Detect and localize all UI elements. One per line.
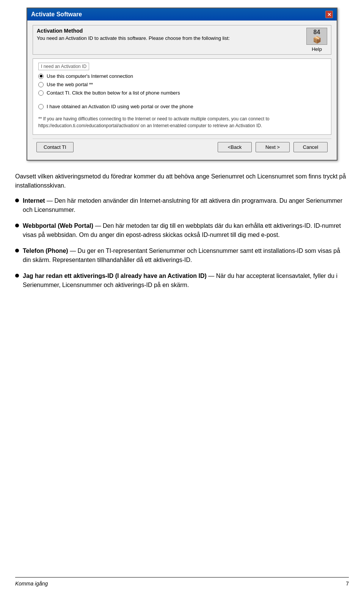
- bullet-webportal-content: Webbportal (Web Portal) — Den här metode…: [23, 221, 349, 240]
- next-button[interactable]: Next >: [256, 142, 290, 152]
- bullet-phone-emdash: —: [68, 248, 78, 254]
- bullet-phone-term: Telefon (Phone): [23, 248, 68, 254]
- dialog-titlebar: Activate Software ✕: [27, 8, 337, 21]
- bullet-phone-content: Telefon (Phone) — Du ger en TI-represent…: [23, 246, 349, 265]
- radio-contactti-label: Contact TI. Click the button below for a…: [47, 90, 180, 96]
- help-icon-box: 84 📦: [306, 28, 327, 45]
- back-button[interactable]: <Back: [218, 142, 252, 152]
- intro-paragraph: Oavsett vilken aktiveringsmetod du föred…: [15, 172, 349, 190]
- box-icon: 📦: [313, 36, 321, 44]
- bullet-internet-content: Internet — Den här metoden använder din …: [23, 196, 349, 215]
- radio-contactti[interactable]: Contact TI. Click the button below for a…: [38, 90, 326, 96]
- radio-webportal[interactable]: Use the web portal **: [38, 82, 326, 87]
- radio-internet-label: Use this computer's Internet connection: [47, 73, 133, 79]
- bullet-already-term: Jag har redan ett aktiverings-ID (I alre…: [23, 273, 207, 279]
- help-number: 84: [314, 29, 320, 36]
- dialog-body: Activation Method You need an Activation…: [27, 21, 337, 160]
- radio-webportal-circle[interactable]: [38, 82, 44, 87]
- bullet-internet-term: Internet: [23, 197, 45, 204]
- footer-chapter: Komma igång: [15, 581, 48, 587]
- bullet-list: Internet — Den här metoden använder din …: [15, 196, 349, 290]
- list-item: Internet — Den här metoden använder din …: [15, 196, 349, 215]
- options-panel: I need an Activation ID Use this compute…: [33, 58, 331, 135]
- contact-ti-button[interactable]: Contact TI: [36, 142, 74, 152]
- radio-already-have-label: I have obtained an Activation ID using w…: [47, 104, 193, 109]
- activation-method-section: Activation Method You need an Activation…: [33, 25, 331, 55]
- bullet-webportal-emdash: —: [93, 222, 103, 229]
- bullet-dot: [15, 249, 19, 252]
- activate-software-dialog: Activate Software ✕ Activation Method Yo…: [27, 8, 337, 161]
- page-footer: Komma igång 7: [15, 577, 349, 587]
- radio-webportal-label: Use the web portal **: [47, 82, 93, 87]
- bullet-internet-text: Den här metoden använder din Internet-an…: [23, 197, 342, 213]
- dialog-buttons: Contact TI <Back Next > Cancel: [33, 139, 331, 155]
- cancel-button[interactable]: Cancel: [293, 142, 328, 152]
- radio-already-have-circle[interactable]: [38, 104, 44, 109]
- bullet-already-content: Jag har redan ett aktiverings-ID (I alre…: [23, 271, 349, 290]
- list-item: Webbportal (Web Portal) — Den här metode…: [15, 221, 349, 240]
- bullet-internet-emdash: —: [45, 197, 55, 204]
- bullet-dot: [15, 274, 19, 278]
- bullet-dot: [15, 224, 19, 227]
- list-item: Telefon (Phone) — Du ger en TI-represent…: [15, 246, 349, 265]
- group-label: I need an Activation ID: [38, 63, 89, 70]
- list-item: Jag har redan ett aktiverings-ID (I alre…: [15, 271, 349, 290]
- footer-page-number: 7: [346, 581, 349, 587]
- close-button[interactable]: ✕: [325, 11, 333, 18]
- radio-internet[interactable]: Use this computer's Internet connection: [38, 73, 326, 79]
- body-text-area: Oavsett vilken aktiveringsmetod du föred…: [15, 172, 349, 304]
- radio-already-have[interactable]: I have obtained an Activation ID using w…: [38, 104, 326, 109]
- help-link[interactable]: Help: [312, 46, 322, 52]
- bullet-already-emdash: —: [207, 273, 216, 279]
- help-area: 84 📦 Help: [306, 28, 327, 52]
- bullet-dot: [15, 199, 19, 202]
- radio-contactti-circle[interactable]: [38, 90, 44, 96]
- activation-method-title: Activation Method: [37, 28, 230, 34]
- radio-internet-circle[interactable]: [38, 74, 44, 79]
- bullet-webportal-term: Webbportal (Web Portal): [23, 222, 93, 229]
- dialog-title: Activate Software: [31, 11, 82, 18]
- note-text: ** If you are having difficulties connec…: [38, 115, 326, 129]
- activation-method-desc: You need an Activation ID to activate th…: [37, 35, 230, 41]
